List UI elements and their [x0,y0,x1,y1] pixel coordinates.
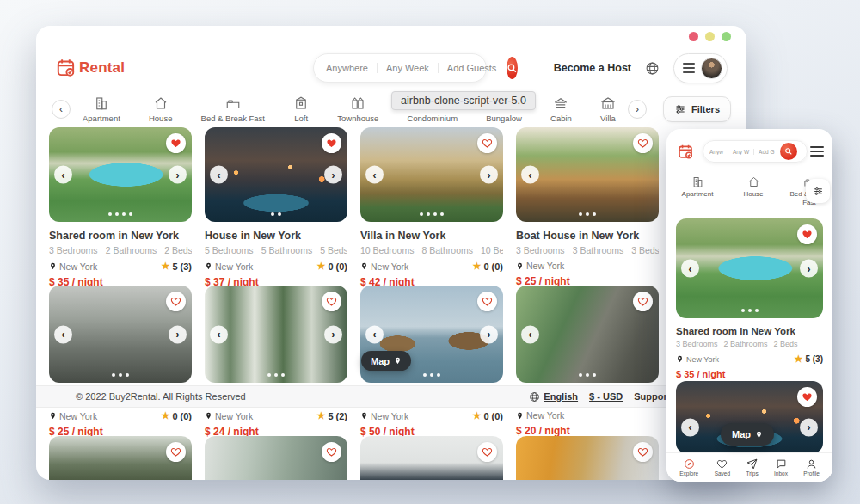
favorite-button[interactable] [797,387,817,407]
next-photo-button[interactable]: › [800,260,818,278]
minimize-window-icon[interactable] [705,32,715,41]
user-menu-button[interactable] [673,53,728,83]
prev-photo-button[interactable]: ‹ [366,166,384,184]
favorite-button[interactable] [166,442,186,462]
listing-card[interactable]: ‹ New York $ 20 / night [516,286,659,438]
photo-dots [360,212,503,216]
filters-button[interactable]: Filters [663,96,731,122]
mobile-filters-button[interactable] [806,179,830,203]
favorite-button[interactable] [797,224,817,244]
categories-prev-button[interactable]: ‹ [52,100,71,119]
prev-photo-button[interactable]: ‹ [210,166,228,184]
listing-photo: ‹ › [205,286,347,383]
listing-card[interactable] [205,436,347,480]
listing-location: New York [360,261,408,272]
category-apartment[interactable]: Apartment [675,175,720,199]
next-photo-button[interactable]: › [480,325,498,343]
category-townhouse[interactable]: Townhouse [337,95,378,123]
favorite-button[interactable] [633,442,653,462]
search-anywhere[interactable]: Anywhere [317,63,378,73]
category-bed-breakfast[interactable]: Bed & Break Fast [201,95,265,123]
search-button[interactable] [507,57,518,79]
heart-icon [637,138,648,149]
nav-inbox[interactable]: Inbox [774,458,788,476]
favorite-button[interactable] [322,442,341,462]
sliders-icon [813,186,824,197]
currency-selector[interactable]: $ - USD [589,391,623,402]
listing-card[interactable]: ‹ › New York ★0 (0) $ 25 / night [49,286,192,438]
mobile-search-bar[interactable]: Anyw Any W Add G [703,140,808,163]
heart-icon [326,446,337,458]
category-cabin[interactable]: Cabin [550,95,572,123]
next-photo-button[interactable]: › [800,418,818,436]
mobile-listing-card[interactable]: ‹ › Shared room in New York 3 Bedrooms2 … [676,218,823,379]
listing-card[interactable]: ‹ › Shared room in New York 3 Bedrooms2 … [49,127,192,288]
prev-photo-button[interactable]: ‹ [681,418,699,436]
favorite-button[interactable] [477,133,497,153]
search-anyweek[interactable]: Any Week [378,63,439,73]
listing-card[interactable]: ‹ Boat House in New York 3 Bedrooms3 Bat… [516,127,659,288]
next-photo-button[interactable]: › [480,166,498,184]
listing-photo [360,436,503,480]
search-anyweek[interactable]: Any W [728,149,754,155]
close-window-icon[interactable] [689,32,698,41]
map-button[interactable]: Map [361,351,411,371]
next-photo-button[interactable]: › [169,166,187,184]
photo-dots [676,309,823,312]
favorite-button[interactable] [633,292,653,311]
search-guests[interactable]: Add Guests [439,63,505,73]
next-photo-button[interactable]: › [324,166,342,184]
favorite-button[interactable] [477,292,497,311]
language-selector[interactable]: English [529,391,578,403]
mobile-map-button[interactable]: Map [721,423,774,446]
become-host-link[interactable]: Become a Host [554,62,631,74]
listing-card[interactable] [516,436,659,480]
listing-card[interactable] [360,436,503,480]
search-anywhere[interactable]: Anyw [705,149,728,155]
search-icon [507,63,518,74]
listing-location: New York [360,411,408,421]
nav-saved[interactable]: Saved [715,458,730,476]
search-button[interactable] [780,143,797,160]
category-house[interactable]: House [149,95,172,123]
prev-photo-button[interactable]: ‹ [521,325,539,343]
listing-card[interactable]: ‹ › House in New York 5 Bedrooms5 Bathro… [205,127,347,288]
favorite-button[interactable] [633,133,653,153]
favorite-button[interactable] [166,292,186,311]
globe-icon[interactable] [645,61,660,76]
favorite-button[interactable] [166,133,186,153]
prev-photo-button[interactable]: ‹ [54,166,72,184]
search-bar[interactable]: Anywhere Any Week Add Guests [313,53,487,83]
categories-next-button[interactable]: › [628,100,647,119]
category-loft[interactable]: Loft [293,95,309,123]
star-icon: ★ [162,410,170,421]
listing-card[interactable]: ‹ › New York ★5 (2) $ 24 / night [205,286,347,438]
site-logo[interactable]: Rental [55,57,125,79]
category-house[interactable]: House [731,175,776,199]
next-photo-button[interactable]: › [324,325,342,343]
favorite-button[interactable] [477,442,497,462]
nav-profile[interactable]: Profile [803,458,819,476]
listing-rating: ★5 (3) [795,353,823,365]
maximize-window-icon[interactable] [722,32,731,41]
heart-icon [170,296,181,307]
prev-photo-button[interactable]: ‹ [521,166,539,184]
listing-card[interactable] [49,436,192,480]
listing-card[interactable]: ‹ › Villa in New York 10 Bedrooms8 Bathr… [360,127,503,288]
prev-photo-button[interactable]: ‹ [366,325,384,343]
listing-photo [49,436,192,480]
window-controls[interactable] [689,32,731,41]
next-photo-button[interactable]: › [169,325,187,343]
category-apartment[interactable]: Apartment [83,95,120,123]
category-villa[interactable]: Villa [600,95,616,123]
nav-explore[interactable]: Explore [679,458,698,476]
favorite-button[interactable] [322,133,341,153]
prev-photo-button[interactable]: ‹ [681,260,699,278]
nav-trips[interactable]: Trips [746,458,758,476]
mobile-logo[interactable] [677,143,695,161]
hamburger-menu-button[interactable] [810,144,824,159]
prev-photo-button[interactable]: ‹ [54,325,72,343]
prev-photo-button[interactable]: ‹ [210,325,228,343]
favorite-button[interactable] [322,292,341,311]
search-guests[interactable]: Add G [754,149,778,155]
